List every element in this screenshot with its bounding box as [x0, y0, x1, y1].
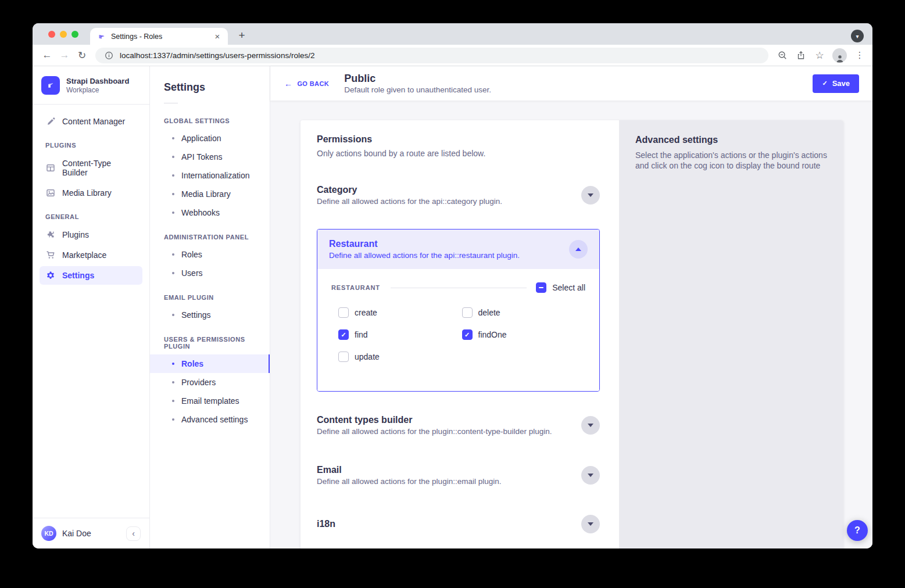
zoom-out-icon[interactable]	[777, 49, 788, 61]
sidebar-item-content-type-builder[interactable]: Content-Type Builder	[40, 154, 142, 182]
sidebar-item-content-manager[interactable]: Content Manager	[40, 112, 142, 131]
find-checkbox[interactable]: ✓	[338, 329, 349, 340]
subnav-item-email-templates[interactable]: Email templates	[150, 392, 270, 410]
subnav-item-label: Settings	[181, 310, 211, 320]
share-icon[interactable]	[795, 49, 807, 61]
subnav-section-global-settings: GLOBAL SETTINGS	[150, 106, 270, 129]
accordion-category-header[interactable]: Category Define all allowed actions for …	[317, 179, 600, 211]
accordion-i18n-header[interactable]: i18n	[317, 509, 600, 539]
subnav-item-label: API Tokens	[181, 152, 223, 162]
chevron-down-icon	[588, 424, 593, 427]
browser-window: Settings - Roles × + ▾ ← → ↻ localhost:1…	[33, 23, 872, 548]
subnav-item-admin-users[interactable]: Users	[150, 264, 270, 282]
site-info-icon[interactable]	[103, 49, 115, 61]
go-back-link[interactable]: ← GO BACK	[284, 79, 329, 88]
tab-favicon	[98, 33, 106, 41]
subnav-item-internationalization[interactable]: Internationalization	[150, 166, 270, 185]
create-checkbox[interactable]: ✓	[338, 307, 349, 318]
bullet-icon	[172, 174, 174, 177]
select-all-row: RESTAURANT Select all	[331, 282, 585, 293]
window-controls	[48, 31, 78, 38]
accordion-description: Define all allowed actions for the plugi…	[317, 477, 501, 486]
subnav-item-advanced-settings[interactable]: Advanced settings	[150, 410, 270, 429]
expand-accordion-button[interactable]	[581, 186, 600, 205]
sidebar-section-plugins: PLUGINS	[40, 132, 142, 154]
reload-button[interactable]: ↻	[74, 48, 90, 63]
check-icon: ✓	[341, 332, 346, 338]
minimize-window-button[interactable]	[60, 31, 67, 38]
browser-menu-icon[interactable]: ⋮	[854, 49, 865, 61]
accordion-restaurant-header[interactable]: Restaurant Define all allowed actions fo…	[317, 230, 599, 269]
address-bar[interactable]: localhost:1337/admin/settings/users-perm…	[95, 48, 768, 63]
subnav-item-label: Internationalization	[181, 171, 250, 180]
user-avatar[interactable]: KD	[41, 526, 56, 541]
collapse-sidebar-button[interactable]: ‹	[126, 526, 141, 541]
bullet-icon	[172, 272, 174, 274]
expand-accordion-button[interactable]	[581, 466, 600, 485]
workspace-name: Workplace	[66, 86, 129, 94]
puzzle-icon	[45, 230, 56, 239]
subnav-item-admin-roles[interactable]: Roles	[150, 245, 270, 264]
subnav-item-email-settings[interactable]: Settings	[150, 306, 270, 324]
subnav-item-application[interactable]: Application	[150, 129, 270, 148]
page-title: Public	[344, 73, 491, 85]
save-button[interactable]: ✓ Save	[813, 74, 859, 93]
search-tabs-button[interactable]: ▾	[851, 30, 864, 42]
browser-toolbar: ← → ↻ localhost:1337/admin/settings/user…	[33, 45, 872, 66]
subnav-item-api-tokens[interactable]: API Tokens	[150, 148, 270, 166]
permission-delete[interactable]: ✓ delete	[462, 307, 586, 318]
workspace-switcher[interactable]: Strapi Dashboard Workplace	[33, 66, 149, 105]
sidebar-item-marketplace[interactable]: Marketplace	[40, 246, 142, 264]
subnav-item-label: Webhooks	[181, 208, 220, 217]
delete-checkbox[interactable]: ✓	[462, 307, 473, 318]
sidebar-item-label: Plugins	[62, 230, 89, 239]
permission-find[interactable]: ✓ find	[338, 329, 462, 340]
go-back-label: GO BACK	[297, 80, 329, 87]
url-text[interactable]: localhost:1337/admin/settings/users-perm…	[120, 51, 314, 60]
permission-create[interactable]: ✓ create	[338, 307, 462, 318]
tab-close-icon[interactable]: ×	[213, 31, 222, 41]
close-window-button[interactable]	[48, 31, 55, 38]
subnav-item-providers[interactable]: Providers	[150, 373, 270, 392]
subnav-item-up-roles[interactable]: Roles	[150, 354, 270, 373]
expand-accordion-button[interactable]	[581, 515, 600, 533]
accordion-title: i18n	[317, 519, 335, 529]
chevron-down-icon	[588, 193, 593, 197]
help-button[interactable]: ?	[847, 520, 868, 541]
permission-update[interactable]: ✓ update	[338, 352, 462, 362]
sidebar-item-media-library[interactable]: Media Library	[40, 184, 142, 202]
subnav-item-webhooks[interactable]: Webhooks	[150, 203, 270, 222]
accordion-ctb-header[interactable]: Content types builder Define all allowed…	[317, 409, 600, 442]
bookmark-star-icon[interactable]: ☆	[814, 49, 825, 61]
divider	[391, 288, 527, 288]
subnav-item-media-library[interactable]: Media Library	[150, 185, 270, 203]
permission-findOne[interactable]: ✓ findOne	[462, 329, 586, 340]
new-tab-button[interactable]: +	[234, 28, 249, 43]
bullet-icon	[172, 211, 174, 214]
bullet-icon	[172, 193, 174, 195]
accordion-email-header[interactable]: Email Define all allowed actions for the…	[317, 459, 600, 492]
toolbar-actions: ☆ ⋮	[777, 48, 865, 63]
back-arrow-icon: ←	[284, 79, 292, 88]
findOne-checkbox[interactable]: ✓	[462, 329, 473, 340]
sidebar-item-plugins[interactable]: Plugins	[40, 225, 142, 244]
browser-tab[interactable]: Settings - Roles ×	[90, 28, 228, 45]
checkbox-label: findOne	[478, 330, 507, 339]
fullscreen-window-button[interactable]	[71, 31, 78, 38]
browser-profile-avatar[interactable]	[832, 48, 847, 63]
subnav-section-administration-panel: ADMINISTRATION PANEL	[150, 222, 270, 245]
accordion-title: Category	[317, 185, 502, 195]
back-button[interactable]: ←	[40, 48, 55, 63]
update-checkbox[interactable]: ✓	[338, 352, 349, 362]
role-title-block: Public Default role given to unauthentic…	[344, 73, 491, 95]
advanced-settings-panel: Advanced settings Select the application…	[619, 120, 843, 548]
sidebar-nav: Content Manager PLUGINS Content-Type Bui…	[33, 105, 149, 286]
select-all-checkbox[interactable]	[536, 282, 546, 293]
advanced-settings-description: Select the application's actions or the …	[635, 150, 827, 171]
collapse-accordion-button[interactable]	[569, 240, 588, 259]
sidebar-item-settings[interactable]: Settings	[40, 266, 142, 285]
expand-accordion-button[interactable]	[581, 416, 600, 435]
subnav-item-label: Roles	[181, 250, 202, 259]
subnav-section-email-plugin: EMAIL PLUGIN	[150, 282, 270, 306]
subnav-item-label: Roles	[181, 359, 203, 368]
